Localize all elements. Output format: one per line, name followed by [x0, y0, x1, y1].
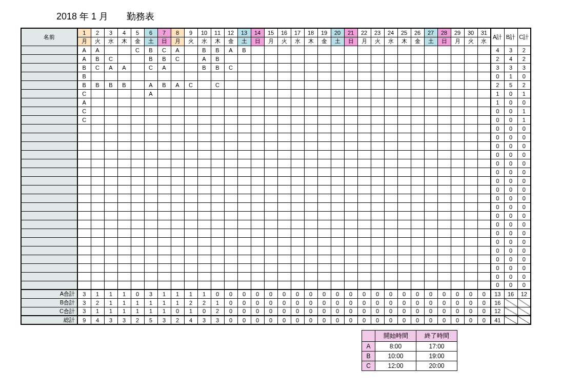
row-c-sum: 0	[517, 246, 531, 255]
shift-cell	[451, 150, 464, 159]
shift-cell	[171, 168, 184, 176]
weekday: 月	[451, 37, 464, 46]
shift-cell	[291, 80, 304, 89]
shift-cell	[317, 211, 331, 220]
shift-cell	[144, 220, 157, 229]
shift-cell	[144, 107, 157, 115]
shift-cell	[197, 185, 211, 194]
shift-cell	[357, 281, 371, 290]
shift-cell	[477, 211, 491, 220]
shift-cell	[357, 98, 371, 107]
row-b-sum: 0	[504, 168, 517, 176]
shift-cell	[264, 202, 277, 211]
shift-cell	[344, 237, 357, 246]
total-cell: 1	[91, 307, 104, 316]
shift-cell	[197, 176, 211, 185]
shift-cell	[437, 150, 451, 159]
shift-cell	[144, 72, 157, 80]
row-c-sum: 0	[517, 272, 531, 281]
shift-cell	[424, 263, 437, 272]
shift-cell	[277, 115, 291, 124]
shift-cell	[331, 211, 344, 220]
shift-cell: B	[144, 46, 157, 54]
row-b-sum: 0	[504, 141, 517, 150]
shift-cell	[371, 237, 384, 246]
shift-cell	[104, 133, 117, 141]
total-cell: 0	[344, 298, 357, 307]
shift-cell	[197, 168, 211, 176]
total-cell: 0	[344, 316, 357, 324]
shift-cell	[304, 263, 317, 272]
shift-cell	[171, 229, 184, 237]
shift-cell	[171, 72, 184, 80]
shift-cell	[397, 54, 411, 63]
total-sum: 13	[491, 290, 504, 298]
shift-cell	[397, 168, 411, 176]
shift-cell	[131, 263, 144, 272]
shift-cell	[131, 54, 144, 63]
shift-cell	[331, 46, 344, 54]
shift-cell	[477, 168, 491, 176]
b-sum-header: B計	[504, 28, 517, 46]
weekday: 土	[144, 37, 157, 46]
shift-cell	[411, 54, 424, 63]
shift-cell	[171, 98, 184, 107]
shift-cell	[211, 168, 224, 176]
shift-cell	[131, 202, 144, 211]
shift-cell	[117, 237, 131, 246]
shift-cell	[291, 202, 304, 211]
shift-cell	[371, 46, 384, 54]
shift-cell	[157, 255, 171, 263]
shift-cell	[424, 150, 437, 159]
shift-cell	[411, 220, 424, 229]
shift-cell	[371, 220, 384, 229]
shift-cell: B	[157, 80, 171, 89]
shift-cell	[317, 194, 331, 202]
shift-cell	[424, 63, 437, 72]
shift-cell	[357, 133, 371, 141]
shift-cell	[277, 63, 291, 72]
shift-cell	[317, 124, 331, 133]
shift-cell	[424, 107, 437, 115]
shift-cell	[304, 168, 317, 176]
shift-cell	[144, 124, 157, 133]
shift-cell	[104, 124, 117, 133]
shift-cell	[424, 168, 437, 176]
shift-cell	[411, 272, 424, 281]
shift-cell	[224, 115, 237, 124]
total-cell: 0	[291, 298, 304, 307]
shift-cell	[331, 281, 344, 290]
shift-cell	[237, 133, 251, 141]
shift-cell: B	[197, 46, 211, 54]
shift-cell	[144, 237, 157, 246]
shift-cell	[331, 115, 344, 124]
shift-cell	[371, 133, 384, 141]
shift-cell	[251, 89, 264, 98]
shift-cell	[131, 229, 144, 237]
shift-cell	[91, 255, 104, 263]
row-c-sum: 0	[517, 211, 531, 220]
shift-cell	[331, 202, 344, 211]
shift-cell	[264, 263, 277, 272]
total-cell: 0	[304, 290, 317, 298]
shift-cell	[437, 229, 451, 237]
shift-cell	[437, 63, 451, 72]
shift-cell	[157, 115, 171, 124]
shift-cell: B	[211, 54, 224, 63]
shift-cell	[77, 229, 91, 237]
shift-cell: C	[104, 54, 117, 63]
shift-cell	[91, 194, 104, 202]
shift-cell	[344, 98, 357, 107]
row-b-sum: 1	[504, 72, 517, 80]
shift-cell	[264, 133, 277, 141]
shift-cell	[251, 237, 264, 246]
shift-cell: B	[77, 72, 91, 80]
day-number: 27	[424, 28, 437, 37]
shift-cell	[184, 185, 197, 194]
shift-cell	[277, 159, 291, 168]
shift-cell	[317, 263, 331, 272]
shift-cell	[277, 98, 291, 107]
row-c-sum: 1	[517, 115, 531, 124]
shift-cell	[437, 115, 451, 124]
total-cell: 0	[451, 290, 464, 298]
